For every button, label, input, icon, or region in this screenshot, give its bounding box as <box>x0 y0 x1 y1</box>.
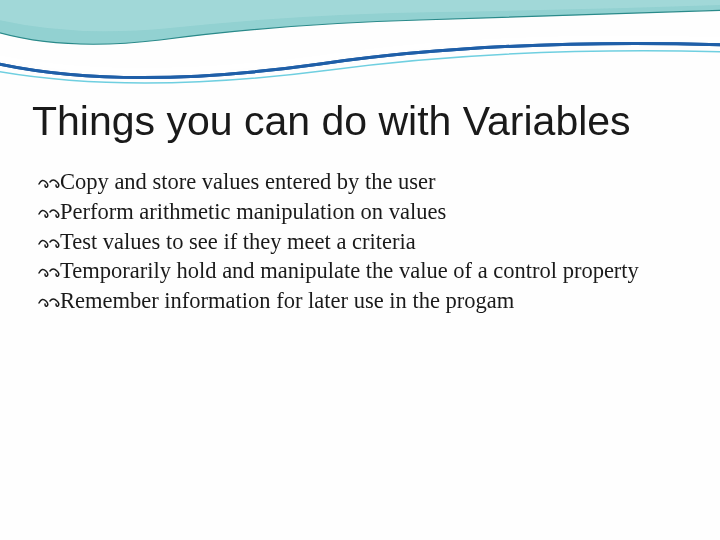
list-item: Remember information for later use in th… <box>38 287 680 316</box>
list-item: Test values to see if they meet a criter… <box>38 228 680 257</box>
list-item-text: Remember information for later use in th… <box>60 288 514 313</box>
flourish-bullet-icon <box>38 170 60 194</box>
list-item-text: Test values to see if they meet a criter… <box>60 229 416 254</box>
flourish-bullet-icon <box>38 230 60 254</box>
slide-title: Things you can do with Variables <box>32 98 631 145</box>
list-item: Copy and store values entered by the use… <box>38 168 680 197</box>
list-item-text: Temporarily hold and manipulate the valu… <box>60 258 639 283</box>
flourish-bullet-icon <box>38 289 60 313</box>
bullet-list: Copy and store values entered by the use… <box>38 168 680 317</box>
list-item: Temporarily hold and manipulate the valu… <box>38 257 680 286</box>
flourish-bullet-icon <box>38 259 60 283</box>
list-item-text: Copy and store values entered by the use… <box>60 169 436 194</box>
list-item-text: Perform arithmetic manipulation on value… <box>60 199 446 224</box>
decorative-wave-header <box>0 0 720 90</box>
flourish-bullet-icon <box>38 200 60 224</box>
list-item: Perform arithmetic manipulation on value… <box>38 198 680 227</box>
wave-svg <box>0 0 720 90</box>
